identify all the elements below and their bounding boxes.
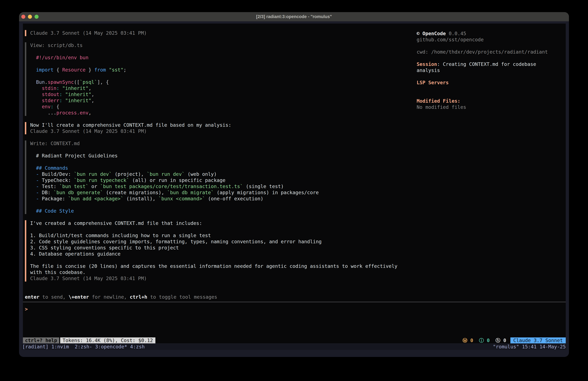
text-line: [30, 226, 566, 232]
model-badge[interactable]: Claude 3.7 Sonnet: [510, 337, 566, 343]
text-line: © OpenCode 0.0.45: [417, 30, 570, 37]
prompt-caret: >: [25, 306, 28, 312]
help-chip[interactable]: ctrl+? help: [23, 337, 59, 343]
text-line: [417, 55, 570, 61]
text-line: [417, 73, 570, 80]
text-line: ## Code Style: [30, 208, 566, 214]
text-line: 3. CSS styling conventions specific to t…: [30, 245, 566, 251]
input-separator: [23, 302, 566, 302]
status-bar-right: Ⓦ 0 ⓘ 0 ⓗ 0 Claude 3.7 Sonnet: [462, 337, 566, 343]
tmux-session-windows[interactable]: [radiant] 1:nvim 2:zsh- 3:opencode* 4:zs…: [22, 344, 145, 350]
text-line: Claude 3.7 Sonnet (14 May 2025 03:41 PM): [30, 128, 566, 134]
prompt-input[interactable]: >: [23, 306, 566, 312]
text-line: - Build/Dev: `bun run dev` (project), `b…: [30, 171, 566, 177]
window-title: [2/3] radiant:3:opencode - "romulus": [19, 14, 569, 19]
text-line: LSP Servers: [417, 80, 570, 86]
text-line: [30, 202, 566, 208]
text-line: [417, 86, 570, 92]
text-line: enter to send, \+enter for newline, ctrl…: [25, 294, 566, 300]
status-bar: ctrl+? help Tokens: 16.4K (8%), Cost: $0…: [23, 337, 566, 343]
text-line: 4. Database operations guidance: [30, 251, 566, 257]
text-line: - Test: `bun test` or `bun test packages…: [30, 183, 566, 190]
text-line: - DB: `bun db generate` (create migratio…: [30, 190, 566, 196]
text-line: [417, 43, 570, 49]
text-line: Ⓦ 0 ⓘ 0 ⓗ 0: [462, 337, 506, 343]
text-line: I've created a comprehensive CONTEXT.md …: [30, 220, 566, 226]
tokens-cost-chip: Tokens: 16.4K (8%), Cost: $0.12: [60, 337, 155, 343]
message-block-summary: I've created a comprehensive CONTEXT.md …: [25, 220, 566, 282]
text-line: The file is concise (20 lines) and captu…: [30, 263, 566, 269]
text-line: [30, 147, 566, 153]
text-line: - TypeCheck: `bun run typecheck` (all) o…: [30, 177, 566, 183]
text-line: ## Commands: [30, 165, 566, 171]
text-line: Write: CONTEXT.md: [30, 140, 566, 147]
text-line: Modified Files:: [417, 98, 570, 104]
text-line: - Package: `bun add <package>` (install)…: [30, 196, 566, 202]
text-line: 2. Code style guidelines covering import…: [30, 239, 566, 245]
tool-block-write-context-md: Write: CONTEXT.md # Radiant Project Guid…: [25, 140, 566, 214]
text-line: github.com/sst/opencode: [417, 37, 570, 43]
opencode-app: Claude 3.7 Sonnet (14 May 2025 03:41 PM)…: [23, 23, 566, 343]
text-line: analysis: [417, 67, 570, 73]
sidebar: © OpenCode 0.0.45github.com/sst/opencode…: [417, 30, 570, 110]
input-area: enter to send, \+enter for newline, ctrl…: [23, 294, 566, 343]
text-line: Claude 3.7 Sonnet (14 May 2025 03:41 PM): [30, 275, 566, 282]
text-line: 1. Build/lint/test commands including ho…: [30, 232, 566, 239]
tmux-host-datetime: "romulus" 15:41 14-May-25: [493, 344, 566, 350]
status-bar-left: ctrl+? help Tokens: 16.4K (8%), Cost: $0…: [23, 337, 155, 343]
keybind-hint-bar: enter to send, \+enter for newline, ctrl…: [23, 294, 566, 300]
text-line: [30, 257, 566, 263]
text-line: [30, 159, 566, 165]
text-line: ...process.env,: [30, 110, 566, 116]
diagnostics-counters: Ⓦ 0 ⓘ 0 ⓗ 0: [462, 337, 506, 343]
tmux-status-bar: [radiant] 1:nvim 2:zsh- 3:opencode* 4:zs…: [22, 344, 566, 350]
text-line: with this codebase.: [30, 269, 566, 275]
message-block-now-create: Now I'll create a comprehensive CONTEXT.…: [25, 122, 566, 134]
titlebar: [2/3] radiant:3:opencode - "romulus": [19, 12, 569, 21]
text-line: [417, 92, 570, 98]
text-line: cwd: /home/thdxr/dev/projects/radiant/ra…: [417, 49, 570, 55]
text-line: # Radiant Project Guidelines: [30, 153, 566, 159]
text-line: Session: Creating CONTEXT.md for codebas…: [417, 61, 570, 67]
terminal-window: [2/3] radiant:3:opencode - "romulus" Cla…: [19, 12, 569, 357]
text-line: No modified files: [417, 104, 570, 110]
text-line: Now I'll create a comprehensive CONTEXT.…: [30, 122, 566, 128]
